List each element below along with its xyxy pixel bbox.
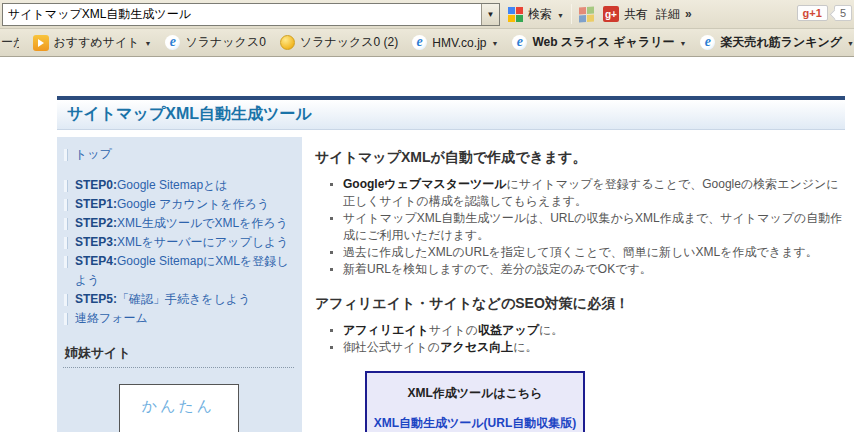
sidebar-item-step5[interactable]: STEP5:「確認」手続きをしよう	[63, 290, 294, 309]
chevron-down-icon[interactable]: ▼	[557, 10, 564, 19]
favorites-item-web-slice-gallery[interactable]: e Web スライス ギャラリー ▼	[512, 34, 686, 51]
favorites-item-rakuten-ranking[interactable]: e 楽天売れ筋ランキング ▼	[700, 34, 854, 51]
details-button[interactable]: 詳細 »	[656, 6, 692, 23]
sidebar-item-step0[interactable]: STEP0:Google Sitemapとは	[63, 176, 294, 195]
bullet-item: 過去に作成したXMLのURLを指定して頂くことで、簡単に新しいXMLを作成できま…	[341, 244, 845, 261]
favorites-item-solanax0[interactable]: e ソラナックス0	[165, 34, 265, 51]
site-favicon-icon	[280, 35, 295, 50]
plusone-widget: g+1 5	[797, 5, 852, 21]
favorites-overflow-text: ーから「お気に入り」「...	[1, 34, 19, 51]
cta-box-title: XML作成ツールはこちら	[367, 385, 583, 402]
sister-site-banner[interactable]: かんたん 画像メーカー	[119, 384, 239, 432]
section1-bullet-list: Googleウェブマスターツールにサイトマップを登録することで、Googleの検…	[341, 176, 845, 278]
share-button-label: 共有	[624, 6, 648, 23]
page-header: サイトマップXML自動生成ツール	[57, 100, 845, 130]
xml-tool-link-auto-collect[interactable]: XML自動生成ツール(URL自動収集版)	[367, 415, 583, 431]
plusone-button[interactable]: g+1	[797, 5, 828, 21]
sidebar-item-contact-form[interactable]: 連絡フォーム	[63, 309, 294, 328]
favorites-item-label: おすすめサイト	[54, 34, 140, 51]
chevron-right-icon: »	[685, 7, 692, 21]
bullet-item: サイトマップXML自動生成ツールは、URLの収集からXML作成まで、サイトマップ…	[341, 210, 845, 244]
section1-heading: サイトマップXMLが自動で作成できます。	[315, 149, 845, 167]
internet-explorer-icon: e	[512, 35, 527, 50]
webpage-content: サイトマップXML自動生成ツール トップ STEP0:Google Sitema…	[57, 96, 845, 432]
chevron-down-icon: ▼	[145, 38, 152, 47]
search-combobox[interactable]: ▼	[2, 3, 500, 26]
share-button[interactable]: g+ 共有	[603, 6, 648, 23]
details-button-label: 詳細	[656, 6, 680, 23]
bullet-item: アフィリエイトサイトの収益アップに。	[341, 322, 845, 339]
sidebar-item-step2[interactable]: STEP2:XML生成ツールでXMLを作ろう	[63, 214, 294, 233]
search-button-label: 検索	[528, 6, 552, 23]
sidebar-item-step1[interactable]: STEP1:Google アカウントを作ろう	[63, 195, 294, 214]
sidebar-nav: トップ STEP0:Google Sitemapとは STEP1:Google …	[57, 137, 302, 432]
suggested-sites-icon	[33, 35, 49, 51]
bullet-item: Googleウェブマスターツールにサイトマップを登録することで、Googleの検…	[341, 176, 845, 210]
favorites-bar: ーから「お気に入り」「... おすすめサイト ▼ e ソラナックス0 ソラナック…	[0, 29, 854, 57]
browser-search-toolbar: ▼ 検索 ▼ g+ 共有 詳細 » g+1 5	[0, 0, 854, 29]
favorites-item-label: 楽天売れ筋ランキング	[720, 34, 842, 51]
google-plus-icon: g+	[603, 6, 619, 22]
main-content: サイトマップXMLが自動で作成できます。 Googleウェブマスターツールにサイ…	[302, 137, 845, 432]
favorites-item-hmv[interactable]: e HMV.co.jp ▼	[412, 35, 498, 50]
chevron-down-icon: ▼	[491, 38, 498, 47]
search-input[interactable]	[3, 4, 481, 25]
favorites-item-label: HMV.co.jp	[432, 36, 486, 50]
sister-sites-heading: 姉妹サイト	[63, 344, 294, 368]
internet-explorer-icon: e	[412, 35, 427, 50]
favorites-item-label: ソラナックス0 (2)	[300, 34, 398, 51]
bullet-item: 御社公式サイトのアクセス向上に。	[341, 339, 845, 356]
internet-explorer-icon: e	[700, 35, 715, 50]
bullet-item: 新着URLを検知しますので、差分の設定のみでOKです。	[341, 261, 845, 278]
internet-explorer-icon: e	[165, 35, 180, 50]
chevron-down-icon: ▼	[847, 38, 854, 47]
section2-bullet-list: アフィリエイトサイトの収益アップに。 御社公式サイトのアクセス向上に。	[341, 322, 845, 356]
sidebar-item-step3[interactable]: STEP3:XMLをサーバーにアップしよう	[63, 233, 294, 252]
favorites-item-suggested-sites[interactable]: おすすめサイト ▼	[33, 34, 152, 51]
sidebar-item-step4[interactable]: STEP4:Google SitemapにXMLを登録しよう	[63, 252, 294, 290]
search-button[interactable]: 検索 ▼	[508, 6, 564, 23]
sidebar-item-top[interactable]: トップ	[63, 145, 294, 164]
favorites-item-label: ソラナックス0	[185, 34, 265, 51]
plusone-count-badge: 5	[834, 5, 852, 21]
favorites-item-solanax0-2[interactable]: ソラナックス0 (2)	[280, 34, 398, 51]
favorites-item-label: Web スライス ギャラリー	[532, 34, 674, 51]
banner-text-line1: かんたん	[120, 397, 238, 416]
google-icon	[508, 7, 523, 22]
chevron-down-icon: ▼	[487, 10, 495, 19]
combo-dropdown-button[interactable]: ▼	[481, 4, 499, 25]
chevron-down-icon: ▼	[679, 38, 686, 47]
section2-heading: アフィリエイト・サイトなどのSEO対策に必須！	[315, 295, 845, 313]
page-title: サイトマップXML自動生成ツール	[57, 104, 312, 125]
toolbar-separator	[571, 4, 572, 24]
xml-tool-cta-box: XML作成ツールはこちら XML自動生成ツール(URL自動収集版) XML自動生…	[365, 371, 585, 432]
windows-flag-icon[interactable]	[579, 6, 595, 22]
